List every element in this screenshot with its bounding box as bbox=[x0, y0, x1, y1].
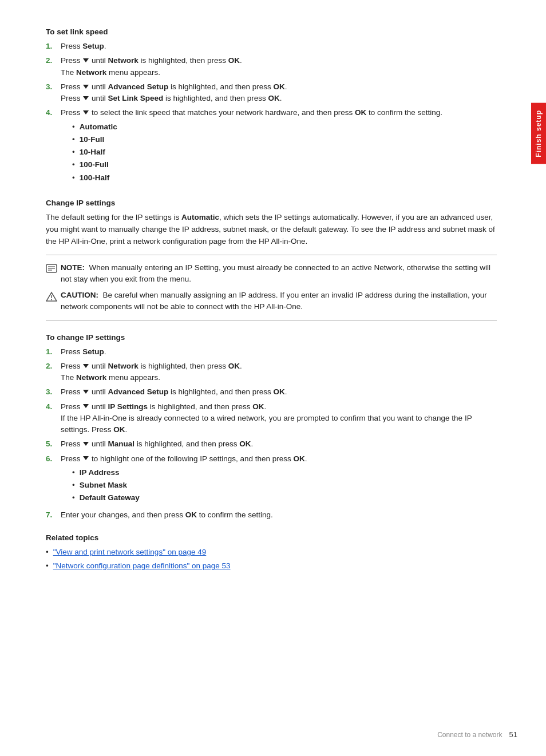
note-text: NOTE: When manually entering an IP Setti… bbox=[61, 262, 497, 286]
step3-2-content: Press until Network is highlighted, then… bbox=[61, 361, 497, 384]
section1-steps: 1. Press Setup. 2. Press until Network i… bbox=[46, 41, 497, 186]
step3-3-content: Press until Advanced Setup is highlighte… bbox=[61, 386, 497, 398]
step3-4-content: Press until IP Settings is highlighted, … bbox=[61, 401, 497, 436]
step3-6-content: Press to highlight one of the following … bbox=[61, 453, 497, 506]
arrow-down-icon bbox=[83, 404, 89, 408]
step1-2: 2. Press until Network is highlighted, t… bbox=[46, 55, 497, 78]
arrow-down-icon bbox=[83, 58, 89, 62]
sidebar-tab: Finish setup bbox=[531, 103, 546, 164]
sidebar-label: Finish setup bbox=[535, 110, 543, 157]
section2-title: Change IP settings bbox=[46, 199, 497, 207]
step3-1-num: 1. bbox=[46, 346, 61, 358]
step3-7-content: Enter your changes, and then press OK to… bbox=[61, 509, 497, 521]
ip-option-item: Default Gateway bbox=[72, 492, 497, 504]
section2-body: The default setting for the IP settings … bbox=[46, 212, 497, 248]
caution-label: CAUTION: bbox=[61, 291, 98, 299]
step3-4: 4. Press until IP Settings is highlighte… bbox=[46, 401, 497, 436]
step3-4-num: 4. bbox=[46, 401, 61, 436]
step1-3: 3. Press until Advanced Setup is highlig… bbox=[46, 81, 497, 105]
step1-4: 4. Press to select the link speed that m… bbox=[46, 107, 497, 186]
step3-1: 1. Press Setup. bbox=[46, 346, 497, 358]
arrow-down-icon bbox=[83, 85, 89, 89]
step3-6: 6. Press to highlight one of the followi… bbox=[46, 453, 497, 506]
step1-1: 1. Press Setup. bbox=[46, 41, 497, 52]
divider2 bbox=[46, 320, 497, 320]
footer-page: 51 bbox=[509, 730, 517, 739]
related-link-item: "View and print network settings" on pag… bbox=[46, 547, 497, 558]
step1-4-content: Press to select the link speed that matc… bbox=[61, 107, 497, 186]
step3-2-num: 2. bbox=[46, 361, 61, 384]
related-links-list: "View and print network settings" on pag… bbox=[46, 547, 497, 572]
step1-3-num: 3. bbox=[46, 81, 61, 105]
note-icon bbox=[46, 263, 57, 274]
step1-1-num: 1. bbox=[46, 41, 61, 52]
arrow-down-icon bbox=[83, 364, 89, 368]
arrow-down-icon bbox=[83, 390, 89, 394]
step1-2-content: Press until Network is highlighted, then… bbox=[61, 55, 497, 78]
arrow-down-icon bbox=[83, 96, 89, 100]
step3-5: 5. Press until Manual is highlighted, an… bbox=[46, 438, 497, 450]
link-speed-item: 10-Half bbox=[72, 147, 497, 158]
step3-2: 2. Press until Network is highlighted, t… bbox=[46, 361, 497, 384]
arrow-down-icon bbox=[83, 456, 89, 460]
ip-option-item: Subnet Mask bbox=[72, 480, 497, 491]
step3-5-content: Press until Manual is highlighted, and t… bbox=[61, 438, 497, 450]
section2-container: Change IP settings The default setting f… bbox=[46, 199, 497, 320]
step3-6-num: 6. bbox=[46, 453, 61, 506]
footer-link: Connect to a network bbox=[437, 731, 502, 739]
caution-icon bbox=[46, 291, 57, 302]
step1-2-num: 2. bbox=[46, 55, 61, 78]
step1-1-content: Press Setup. bbox=[61, 41, 497, 52]
note-box: NOTE: When manually entering an IP Setti… bbox=[46, 262, 497, 286]
section3-steps: 1. Press Setup. 2. Press until Network i… bbox=[46, 346, 497, 521]
caution-text: CAUTION: Be careful when manually assign… bbox=[61, 290, 497, 313]
divider1 bbox=[46, 255, 497, 255]
step3-7-num: 7. bbox=[46, 509, 61, 521]
related-link-item: "Network configuration page definitions"… bbox=[46, 560, 497, 572]
related-title: Related topics bbox=[46, 533, 497, 542]
link-speed-item: 100-Full bbox=[72, 159, 497, 171]
step3-3: 3. Press until Advanced Setup is highlig… bbox=[46, 386, 497, 398]
step3-3-num: 3. bbox=[46, 386, 61, 398]
step3-7: 7. Enter your changes, and then press OK… bbox=[46, 509, 497, 521]
ip-options-list: IP Address Subnet Mask Default Gateway bbox=[61, 467, 497, 504]
link-speed-item: Automatic bbox=[72, 121, 497, 133]
link-speed-list: Automatic 10-Full 10-Half 100-Full 100-H… bbox=[61, 121, 497, 184]
section3-title: To change IP settings bbox=[46, 333, 497, 342]
link-speed-item: 10-Full bbox=[72, 134, 497, 145]
arrow-down-icon bbox=[83, 442, 89, 446]
step3-1-content: Press Setup. bbox=[61, 346, 497, 358]
footer: Connect to a network 51 bbox=[437, 730, 517, 739]
related-link-1[interactable]: "View and print network settings" on pag… bbox=[53, 547, 207, 558]
related-topics: Related topics "View and print network s… bbox=[46, 533, 497, 572]
page-container: Finish setup To set link speed 1. Press … bbox=[0, 0, 546, 756]
link-speed-item: 100-Half bbox=[72, 172, 497, 184]
related-link-2[interactable]: "Network configuration page definitions"… bbox=[53, 560, 231, 572]
section1-title: To set link speed bbox=[46, 27, 497, 36]
note-label: NOTE: bbox=[61, 263, 85, 272]
caution-box: CAUTION: Be careful when manually assign… bbox=[46, 290, 497, 313]
step3-5-num: 5. bbox=[46, 438, 61, 450]
section3-container: To change IP settings 1. Press Setup. 2.… bbox=[46, 333, 497, 521]
arrow-down-icon bbox=[83, 110, 89, 114]
svg-point-6 bbox=[51, 299, 52, 300]
step1-4-num: 4. bbox=[46, 107, 61, 186]
main-content: To set link speed 1. Press Setup. 2. Pre… bbox=[0, 0, 531, 756]
ip-option-item: IP Address bbox=[72, 467, 497, 478]
step1-3-content: Press until Advanced Setup is highlighte… bbox=[61, 81, 497, 105]
